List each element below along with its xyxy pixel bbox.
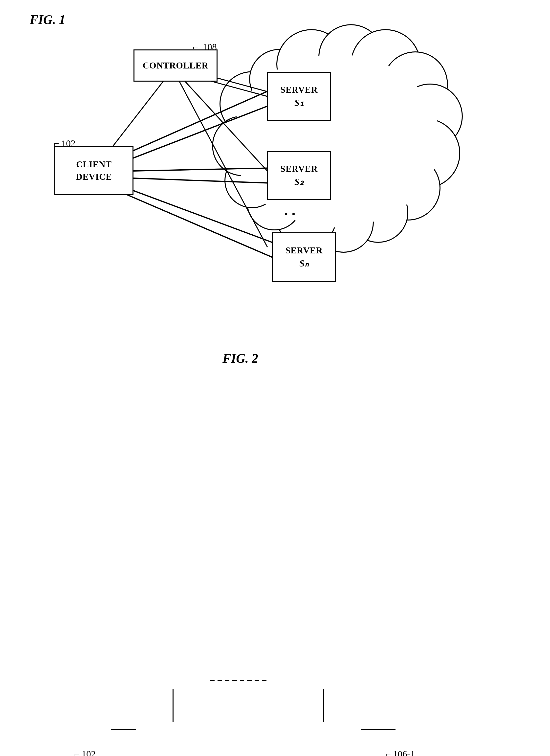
dots-separator: . . — [284, 202, 295, 218]
fig2-label: FIG. 2 — [222, 351, 258, 366]
server-panel-ref: 106-1 — [393, 749, 415, 756]
server2-label: SERVER — [281, 163, 318, 175]
fig2-container: ⌐ 102 CLIENT DEVICE ⌐ 106-1 SERVER FILE … — [0, 376, 550, 756]
network-cloud — [213, 25, 462, 252]
client-device-box: CLIENT DEVICE — [54, 146, 133, 195]
server3-label: SERVER — [286, 244, 323, 257]
server1-label: SERVER — [281, 84, 318, 96]
server3-box: SERVER Sₙ — [272, 232, 336, 282]
controller-label: CONTROLLER — [143, 59, 208, 72]
server3-sub: Sₙ — [299, 257, 309, 270]
server2-sub: S₂ — [294, 175, 304, 188]
client-panel-ref-arrow: ⌐ — [74, 749, 79, 756]
server2-box: SERVER S₂ — [267, 151, 331, 200]
client-device-label: CLIENT DEVICE — [76, 158, 112, 183]
fig2-svg — [0, 405, 550, 756]
server1-sub: S₁ — [294, 96, 304, 109]
server1-box: SERVER S₁ — [267, 72, 331, 121]
fig1-container: FIG. 1 — [0, 0, 550, 346]
controller-box: CONTROLLER — [133, 49, 218, 82]
fig2-section-header: FIG. 2 — [0, 346, 550, 376]
svg-point-15 — [232, 54, 440, 227]
client-panel-ref: 102 — [82, 749, 96, 756]
server-panel-ref-arrow: ⌐ — [386, 749, 391, 756]
